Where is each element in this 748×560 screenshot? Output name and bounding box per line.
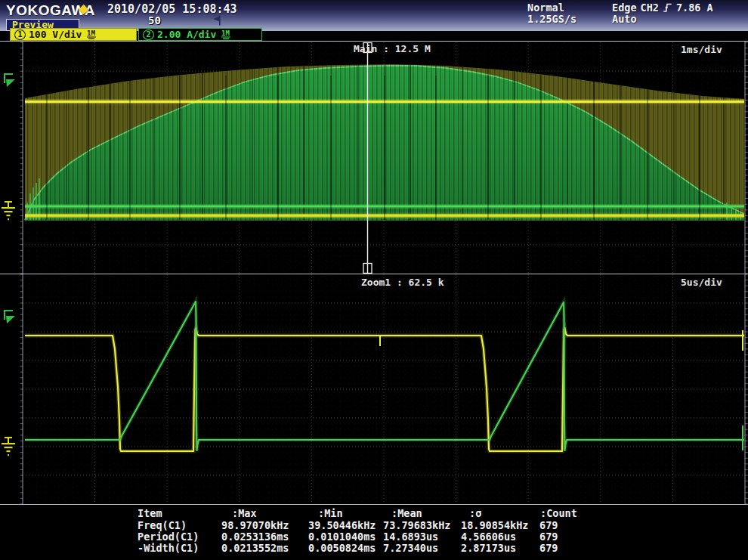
trigger-level: 7.86 A xyxy=(676,2,713,14)
ch2-level-marker-main xyxy=(4,73,15,87)
main-timebase: 1ms/div xyxy=(681,44,722,55)
rising-edge-icon xyxy=(663,2,672,13)
trigger-mode: Auto xyxy=(612,13,637,25)
datetime: 2010/02/05 15:08:43 xyxy=(107,2,237,16)
channel2-coupling-icon: 1M xyxy=(219,29,233,40)
brand-diamond-icon: ◆ xyxy=(79,1,88,17)
trigger-settings: Edge CH2 7.86 A xyxy=(612,2,713,14)
ch2-zoom-trace xyxy=(25,302,744,450)
ch1-ground-marker-main xyxy=(2,201,15,220)
channel1-number: 1 xyxy=(14,29,26,40)
channel2-number: 2 xyxy=(143,29,154,40)
channel2-coupling: 1M xyxy=(221,29,230,37)
channel1-coupling-icon: 1M xyxy=(85,29,98,40)
trigger-source: CH2 xyxy=(641,2,659,14)
channel1-coupling: 1M xyxy=(87,29,95,37)
oscilloscope-screen: YOKOGAWA ◆ 2010/02/05 15:08:43 Preview 5… xyxy=(0,0,748,560)
zoom-graticule xyxy=(23,274,745,504)
channel1-settings-box: 1 100 V/div 1M xyxy=(10,28,137,41)
trigger-status: Normal xyxy=(527,2,564,14)
zoom-window-label: Zoom1 : 62.5 k xyxy=(361,277,444,288)
acquisition-count: 50 xyxy=(148,14,161,26)
trigger-type: Edge xyxy=(612,2,637,14)
channel2-settings-box: 2 2.00 A/div 1M xyxy=(138,28,262,41)
zoom-timebase: 5us/div xyxy=(681,277,722,288)
channel2-scale: 2.00 A/div xyxy=(157,29,216,40)
ch1-ground-marker-zoom xyxy=(2,437,15,456)
ch2-level-marker-zoom xyxy=(4,310,15,323)
sample-rate: 1.25GS/s xyxy=(527,13,576,25)
history-flag-icon xyxy=(212,15,222,26)
channel1-scale: 100 V/div xyxy=(29,29,82,40)
main-window-label: Main : 12.5 M xyxy=(354,43,431,54)
